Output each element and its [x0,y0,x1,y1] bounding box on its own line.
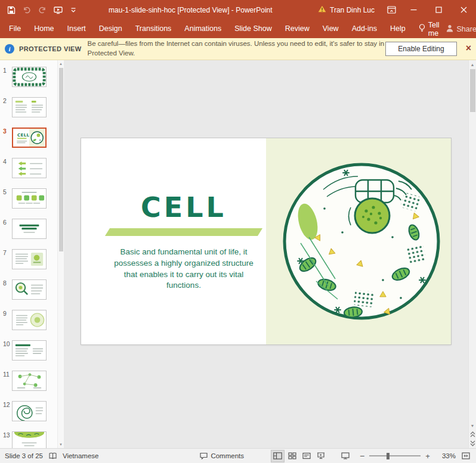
svg-text:CELL: CELL [17,133,30,138]
customize-quick-access-icon[interactable] [67,2,80,18]
previous-slide-button[interactable] [470,431,475,437]
thumb-scroll-up-icon[interactable]: ▲ [59,61,63,66]
maximize-button[interactable] [426,0,451,20]
thumbnail-number: 2 [0,97,10,104]
menu-tab-home[interactable]: Home [27,20,60,38]
status-bar: Slide 3 of 25 Vietnamese Comments [0,448,476,463]
view-switcher [271,450,327,462]
menu-tab-transitions[interactable]: Transitions [129,20,178,38]
tell-me-button[interactable]: Tell me [412,21,446,38]
slide-number-indicator: Slide 3 of 25 [5,452,43,459]
zoom-slider-thumb[interactable] [387,453,390,459]
slide-thumbnail-6[interactable]: 6 [0,219,57,239]
thumbnail-number: 3 [0,128,10,135]
slide-thumbnail-2[interactable]: 2 [0,97,57,117]
thumbnail-number: 4 [0,158,10,165]
fit-to-window-icon[interactable] [462,452,470,459]
minimize-button[interactable] [401,0,426,20]
undo-icon[interactable] [20,2,33,18]
title-bar: mau-1-slide-sinh-hoc [Protected View] - … [0,0,476,20]
slide-thumbnail-10[interactable]: 10 [0,340,57,361]
thumb-scroll-down-icon[interactable]: ▼ [59,442,63,447]
close-button[interactable] [451,0,476,20]
menu-tab-file[interactable]: File [2,20,27,38]
protected-view-banner: i PROTECTED VIEW Be careful—files from t… [0,38,476,60]
language-indicator[interactable]: Vietnamese [63,452,99,459]
reading-view-button[interactable] [300,450,313,462]
scroll-up-icon[interactable]: ▲ [471,62,475,67]
zoom-slider[interactable] [369,452,421,460]
slide-thumbnail-12[interactable]: 12 [0,401,57,421]
menu-tab-view[interactable]: View [316,20,345,38]
save-icon[interactable] [5,2,18,18]
slide-thumbnail-8[interactable]: 8 [0,279,57,300]
thumbnail-preview [12,188,47,209]
slide-sorter-view-button[interactable] [286,450,298,462]
zoom-in-button[interactable]: + [424,452,432,461]
menu-tab-animations[interactable]: Animations [178,20,228,38]
protected-view-message: Be careful—files from the Internet can c… [88,39,385,58]
enable-editing-button[interactable]: Enable Editing [385,42,457,56]
slide-canvas: CELL Basic and fundamental unit of life,… [81,138,451,344]
slide-text-half: CELL Basic and fundamental unit of life,… [81,138,266,344]
thumbnail-number: 5 [0,188,10,195]
thumbnail-number: 11 [0,371,10,378]
menu-tab-design[interactable]: Design [92,20,129,38]
slide-thumbnail-1[interactable]: 1 [0,67,57,87]
next-slide-button[interactable] [470,440,475,446]
menu-tab-insert[interactable]: Insert [61,20,92,38]
menu-tab-help[interactable]: Help [384,20,412,38]
share-button[interactable]: Share [446,24,476,34]
cell-illustration [266,138,451,344]
slide-show-button[interactable] [314,450,327,462]
comments-button[interactable]: Comments [200,452,244,459]
thumbnail-preview [12,401,47,421]
account-name: Tran Dinh Luc [330,6,375,14]
ribbon-tabs: FileHomeInsertDesignTransitionsAnimation… [2,20,412,38]
slide-thumbnail-4[interactable]: 4 [0,158,57,178]
thumbnail-number: 13 [0,431,10,439]
thumbnail-number: 12 [0,401,10,408]
account-button[interactable]: Tran Dinh Luc [311,0,382,20]
redo-icon[interactable] [36,2,49,18]
slide-editor-area: CELL Basic and fundamental unit of life,… [64,60,468,448]
share-label: Share [457,25,476,33]
zoom-out-button[interactable]: − [358,451,366,461]
spellcheck-icon[interactable] [49,452,57,459]
comments-icon [200,452,208,459]
thumbnail-preview [12,340,47,361]
info-icon: i [5,44,14,54]
thumbnail-preview [12,249,47,269]
thumbnail-scrollbar[interactable]: ▲ ▼ [57,60,64,448]
thumb-scrollbar-thumb[interactable] [59,68,63,251]
start-from-beginning-icon[interactable] [51,2,64,18]
thumbnail-preview [12,219,47,239]
protected-view-label: PROTECTED VIEW [19,45,82,52]
ribbon-display-options-icon[interactable] [382,0,401,20]
thumbnail-number: 9 [0,310,10,317]
zoom-percentage[interactable]: 33% [437,452,456,459]
menu-tab-add-ins[interactable]: Add-ins [345,20,384,38]
lightbulb-icon [419,24,425,34]
menu-tab-review[interactable]: Review [279,20,316,38]
main-scrollbar-thumb[interactable] [470,69,475,112]
normal-view-button[interactable] [271,450,284,462]
menu-tab-slide-show[interactable]: Slide Show [228,20,279,38]
thumbnail-preview [12,431,47,448]
banner-close-icon[interactable]: × [466,43,471,53]
main-scrollbar[interactable]: ▲ ▼ [468,60,476,448]
thumbnail-preview: CELL [12,128,47,148]
slide-thumbnail-11[interactable]: 11 [0,371,57,391]
monitor-icon[interactable] [341,452,350,459]
slide-thumbnail-13[interactable]: 13 [0,431,57,448]
tell-me-label: Tell me [428,21,440,38]
slide-body-text: Basic and fundamental unit of life, it p… [108,247,259,292]
powerpoint-window: mau-1-slide-sinh-hoc [Protected View] - … [0,0,476,463]
workspace: 123CELL45678910111213 ▲ ▼ CELL Basic and… [0,60,476,448]
slide-thumbnail-3[interactable]: 3CELL [0,128,57,148]
slide-thumbnail-5[interactable]: 5 [0,188,57,209]
slide-thumbnail-9[interactable]: 9 [0,310,57,330]
slide-thumbnail-7[interactable]: 7 [0,249,57,269]
scroll-down-icon[interactable]: ▼ [471,423,475,428]
thumbnail-number: 1 [0,67,10,74]
